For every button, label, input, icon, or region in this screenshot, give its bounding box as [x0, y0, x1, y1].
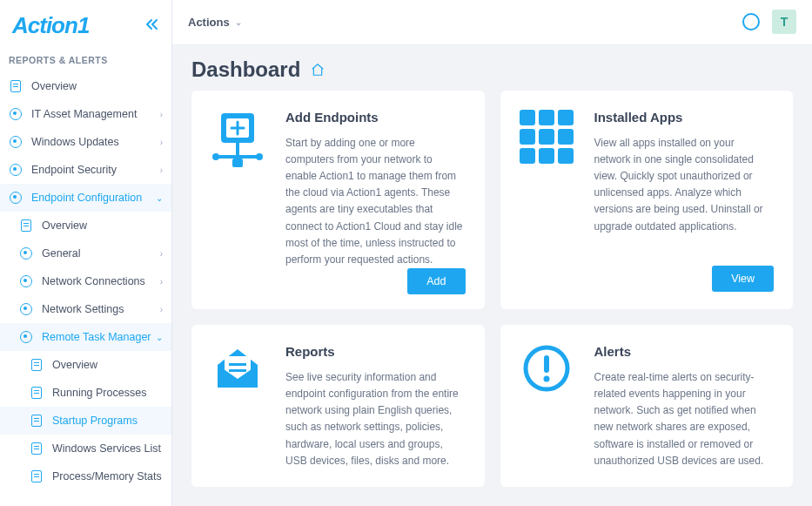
nav-item-startup-programs[interactable]: Startup Programs — [0, 407, 171, 435]
nav-item-process-memory-stats[interactable]: Process/Memory Stats — [0, 462, 171, 490]
chevron-right-icon: › — [160, 138, 163, 147]
page-title: Dashboard — [191, 57, 300, 82]
main-area: Actions ⌄ T Dashboard Add EndpointsStart… — [172, 0, 812, 506]
document-icon — [30, 414, 44, 428]
topbar: Actions ⌄ T — [172, 0, 812, 45]
alerts-icon — [520, 344, 574, 469]
actions-menu[interactable]: Actions ⌄ — [188, 16, 242, 29]
document-icon — [30, 442, 44, 455]
search-button[interactable] — [742, 13, 760, 30]
installed-apps-icon — [520, 110, 574, 292]
nav-item-label: Endpoint Security — [31, 164, 160, 176]
category-icon — [9, 135, 23, 149]
nav-item-label: General — [42, 247, 160, 260]
card-description: See live security information and endpoi… — [285, 369, 466, 469]
svg-point-5 — [256, 153, 263, 160]
sidebar-section-title: REPORTS & ALERTS — [0, 50, 171, 72]
nav-item-running-processes[interactable]: Running Processes — [0, 379, 171, 407]
nav-item-windows-services-list[interactable]: Windows Services List — [0, 435, 171, 462]
category-icon — [19, 330, 33, 344]
nav-item-it-asset-management[interactable]: IT Asset Management› — [0, 100, 171, 128]
category-icon — [19, 274, 33, 288]
sidebar-collapse-button[interactable] — [145, 18, 159, 34]
svg-rect-9 — [229, 369, 246, 372]
category-icon — [19, 246, 33, 260]
nav-item-label: Windows Services List — [52, 442, 163, 455]
chevron-down-icon: ⌄ — [156, 193, 163, 203]
chevron-right-icon: › — [160, 165, 163, 175]
svg-point-4 — [212, 153, 219, 160]
document-icon — [30, 469, 44, 483]
nav-item-network-connections[interactable]: Network Connections› — [0, 267, 171, 295]
chevron-down-icon: ⌄ — [235, 17, 242, 27]
nav-item-endpoint-security[interactable]: Endpoint Security› — [0, 156, 171, 184]
nav-item-label: Overview — [52, 359, 163, 371]
nav-item-overview[interactable]: Overview — [0, 212, 171, 240]
installed-apps-button[interactable]: View — [712, 266, 774, 292]
home-icon[interactable] — [311, 64, 325, 76]
nav-item-endpoint-configuration[interactable]: Endpoint Configuration⌄ — [0, 184, 171, 212]
sidebar-header: Action1 — [0, 0, 171, 50]
card-body: Add EndpointsStart by adding one or more… — [285, 110, 466, 292]
nav-item-label: Running Processes — [52, 387, 163, 399]
chevron-down-icon: ⌄ — [156, 333, 163, 342]
nav-item-windows-updates[interactable]: Windows Updates› — [0, 128, 171, 156]
reports-icon — [211, 344, 265, 469]
nav-item-label: Network Connections — [42, 275, 160, 287]
category-icon — [19, 302, 33, 316]
document-icon — [19, 219, 33, 233]
card-title: Installed Apps — [594, 110, 775, 125]
svg-rect-6 — [232, 159, 243, 167]
card-reports: ReportsSee live security information and… — [191, 325, 485, 487]
nav-item-network-settings[interactable]: Network Settings› — [0, 295, 171, 323]
actions-menu-label: Actions — [188, 16, 230, 29]
chevron-right-icon: › — [160, 277, 163, 287]
nav-item-label: Overview — [42, 219, 163, 232]
card-title: Reports — [285, 344, 466, 359]
card-alerts: AlertsCreate real-time alerts on securit… — [500, 325, 794, 487]
add-endpoints-button[interactable]: Add — [407, 268, 465, 294]
nav-item-label: Network Settings — [42, 303, 160, 315]
category-icon — [9, 107, 23, 121]
svg-rect-8 — [229, 363, 246, 366]
card-body: AlertsCreate real-time alerts on securit… — [594, 344, 775, 469]
nav-item-label: Startup Programs — [52, 415, 163, 427]
add-endpoints-icon — [211, 110, 265, 292]
dashboard-cards: Add EndpointsStart by adding one or more… — [172, 91, 812, 506]
document-icon — [9, 79, 23, 93]
card-installed-apps: Installed AppsView all apps installed on… — [500, 91, 794, 309]
nav-item-overview[interactable]: Overview — [0, 72, 171, 100]
card-description: View all apps installed on your network … — [594, 135, 775, 235]
nav-item-label: Process/Memory Stats — [52, 470, 163, 482]
category-icon — [9, 163, 23, 177]
nav-item-general[interactable]: General› — [0, 240, 171, 267]
card-description: Start by adding one or more computers fr… — [285, 135, 466, 269]
svg-point-12 — [543, 375, 549, 381]
card-title: Alerts — [594, 344, 775, 359]
page-title-row: Dashboard — [172, 45, 812, 91]
nav-item-label: Windows Updates — [31, 136, 160, 148]
sidebar-nav: OverviewIT Asset Management›Windows Upda… — [0, 72, 171, 490]
card-title: Add Endpoints — [285, 110, 466, 125]
sidebar: Action1 REPORTS & ALERTS OverviewIT Asse… — [0, 0, 172, 506]
user-avatar[interactable]: T — [772, 10, 796, 34]
chevron-double-left-icon — [145, 18, 159, 30]
nav-item-label: IT Asset Management — [31, 108, 160, 120]
brand-logo[interactable]: Action1 — [12, 12, 89, 39]
svg-rect-11 — [544, 355, 549, 373]
card-add-endpoints: Add EndpointsStart by adding one or more… — [191, 91, 485, 309]
nav-item-overview[interactable]: Overview — [0, 351, 171, 379]
document-icon — [30, 386, 44, 400]
chevron-right-icon: › — [160, 249, 163, 259]
card-body: ReportsSee live security information and… — [285, 344, 466, 469]
nav-item-label: Overview — [31, 80, 163, 92]
nav-item-label: Endpoint Configuration — [31, 192, 156, 204]
chevron-right-icon: › — [160, 110, 163, 119]
card-body: Installed AppsView all apps installed on… — [594, 110, 775, 292]
card-description: Create real-time alerts on security-rela… — [594, 369, 775, 469]
document-icon — [30, 358, 44, 372]
category-icon — [9, 191, 23, 205]
chevron-right-icon: › — [160, 305, 163, 314]
nav-item-label: Remote Task Manager — [42, 331, 156, 343]
nav-item-remote-task-manager[interactable]: Remote Task Manager⌄ — [0, 323, 171, 351]
